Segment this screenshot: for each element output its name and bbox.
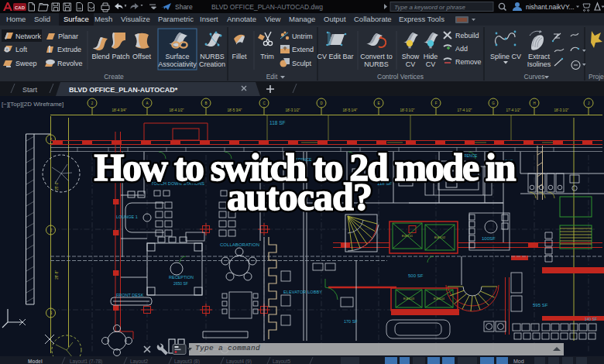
svg-text:Planar: Planar — [58, 33, 78, 40]
svg-text:Extract: Extract — [528, 53, 551, 60]
svg-text:Start: Start — [22, 86, 38, 94]
svg-text:J: J — [588, 101, 589, 105]
svg-text:B: B — [204, 101, 207, 105]
svg-text:Sculpt: Sculpt — [292, 60, 312, 67]
svg-text:18'-5 3/4": 18'-5 3/4" — [228, 108, 242, 112]
svg-text:H: H — [533, 101, 535, 105]
svg-text:FRONT DESK: FRONT DESK — [116, 293, 144, 297]
svg-text:ELEVATOR LOBBY: ELEVATOR LOBBY — [283, 290, 322, 294]
svg-text:18'-5 1/4": 18'-5 1/4" — [343, 108, 358, 112]
svg-text:F: F — [435, 101, 438, 105]
svg-text:CV: CV — [426, 60, 436, 68]
svg-text:Edit: Edit — [266, 73, 278, 81]
svg-text:Revolve: Revolve — [57, 60, 83, 67]
svg-text:Layout3 (8): Layout3 (8) — [174, 359, 200, 364]
svg-text:Layout5: Layout5 — [273, 359, 291, 364]
svg-text:595 SF: 595 SF — [533, 303, 548, 307]
svg-text:Layout1 (7-78): Layout1 (7-78) — [70, 359, 102, 364]
svg-text:Type a keyword or phrase: Type a keyword or phrase — [394, 4, 465, 11]
svg-text:6: 6 — [50, 138, 53, 142]
svg-text:[−][Top][2D Wireframe]: [−][Top][2D Wireframe] — [2, 101, 63, 108]
svg-text:Add: Add — [455, 45, 468, 53]
svg-text:Fillet: Fillet — [232, 53, 247, 60]
svg-text:170 SF: 170 SF — [344, 319, 358, 324]
svg-text:ELEV-01: ELEV-01 — [402, 235, 413, 238]
svg-text:ELEV-03: ELEV-03 — [403, 297, 414, 300]
svg-text:LOUNGE 1: LOUNGE 1 — [116, 215, 138, 219]
svg-text:Untrim: Untrim — [292, 33, 313, 40]
svg-text:Show: Show — [402, 53, 420, 60]
svg-text:BLVD OFFICE_PLAN-AUTOCAD*: BLVD OFFICE_PLAN-AUTOCAD* — [69, 86, 178, 94]
svg-text:Associativity: Associativity — [158, 60, 197, 68]
svg-text:Creation: Creation — [199, 60, 225, 68]
svg-text:Patch: Patch — [112, 53, 129, 60]
svg-text:Convert to: Convert to — [360, 53, 393, 60]
svg-text:autocad?: autocad? — [227, 175, 372, 218]
svg-text:Remove: Remove — [455, 58, 482, 66]
svg-text:Loft: Loft — [15, 46, 28, 53]
svg-text:Blend: Blend — [91, 53, 109, 60]
svg-text:Hide: Hide — [424, 53, 438, 60]
svg-text:BLVD OFFICE_PLAN-AUTOCAD.dwg: BLVD OFFICE_PLAN-AUTOCAD.dwg — [211, 3, 323, 11]
svg-text:nishant.naikVY...: nishant.naikVY... — [526, 3, 575, 11]
svg-text:18'-4 3/4": 18'-4 3/4" — [112, 108, 127, 112]
svg-text:E: E — [377, 101, 379, 105]
svg-text:Proje: Proje — [589, 73, 604, 81]
svg-text:Mod: Mod — [513, 359, 524, 364]
svg-text:18'-4 1/2": 18'-4 1/2" — [170, 108, 184, 112]
svg-text:118 SF: 118 SF — [269, 120, 286, 125]
svg-text:C: C — [263, 101, 266, 105]
svg-text:Layout2: Layout2 — [130, 359, 149, 364]
svg-text:ELEV-02: ELEV-02 — [434, 236, 445, 239]
svg-text:Offset: Offset — [132, 53, 151, 60]
svg-text:A: A — [146, 101, 148, 105]
svg-text:ELEV-04: ELEV-04 — [434, 297, 444, 300]
svg-text:18'-3 1/2": 18'-3 1/2" — [554, 108, 569, 112]
svg-text:CAD: CAD — [15, 5, 26, 10]
svg-text:NURBS: NURBS — [364, 60, 389, 68]
svg-text:Control Vertices: Control Vertices — [377, 73, 424, 81]
svg-text:Model: Model — [28, 359, 43, 364]
svg-text:3: 3 — [50, 311, 53, 315]
svg-text:Trim: Trim — [260, 53, 274, 60]
svg-text:28'-8": 28'-8" — [55, 270, 59, 280]
svg-text:G: G — [492, 101, 495, 105]
svg-text:Extrude: Extrude — [57, 46, 81, 53]
svg-text:2: 2 — [91, 101, 94, 105]
svg-text:2650 SF: 2650 SF — [173, 281, 188, 286]
svg-text:17'-4 1/2": 17'-4 1/2" — [506, 108, 521, 112]
svg-text:100SF: 100SF — [482, 236, 496, 241]
svg-text:Create: Create — [104, 73, 124, 81]
svg-text:Sweep: Sweep — [15, 60, 37, 67]
svg-text:18'-3 1/2": 18'-3 1/2" — [286, 108, 300, 112]
svg-text:CV: CV — [406, 60, 416, 68]
svg-text:Share: Share — [175, 3, 193, 11]
svg-text:Isolines: Isolines — [527, 60, 551, 68]
svg-text:Network: Network — [15, 33, 42, 40]
svg-text:Curves: Curves — [524, 73, 545, 81]
svg-text:NURBS: NURBS — [200, 53, 225, 60]
svg-text:Rebuild: Rebuild — [455, 32, 479, 39]
svg-text:Spline CV: Spline CV — [490, 53, 521, 60]
svg-text:17'-4 1/2": 17'-4 1/2" — [458, 108, 472, 112]
svg-text:18'-3 1/2": 18'-3 1/2" — [400, 108, 415, 112]
svg-text:140 SF: 140 SF — [585, 317, 597, 321]
svg-text:CV Edit Bar: CV Edit Bar — [317, 53, 353, 60]
svg-text:500 SF: 500 SF — [408, 273, 424, 278]
svg-text:Extend: Extend — [292, 46, 314, 53]
svg-text:COLLABORATION: COLLABORATION — [220, 242, 259, 247]
svg-text:D: D — [320, 101, 323, 105]
svg-text:Layout4 (9): Layout4 (9) — [226, 359, 252, 364]
svg-text:RECEPTION: RECEPTION — [169, 275, 194, 280]
svg-text:Surface: Surface — [165, 53, 189, 60]
